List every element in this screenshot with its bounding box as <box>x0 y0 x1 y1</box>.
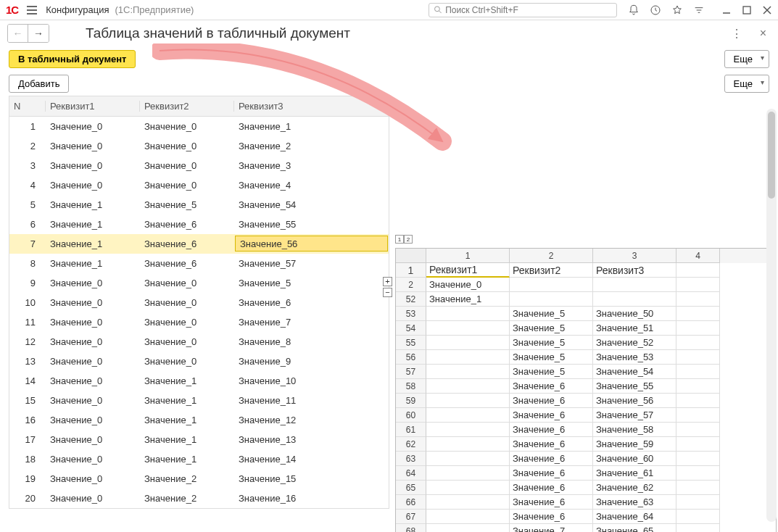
bell-icon[interactable] <box>627 4 640 17</box>
sheet-cell[interactable]: Значение_6 <box>510 495 593 510</box>
sheet-row[interactable]: 59Значение_6Значение_56 <box>396 394 776 408</box>
sheet-cell[interactable] <box>676 307 720 321</box>
sheet-row[interactable]: 65Значение_6Значение_62 <box>396 481 776 495</box>
table-row[interactable]: 6Значение_1Значение_6Значение_55 <box>9 215 389 234</box>
sheet-row[interactable]: 57Значение_5Значение_54 <box>396 365 776 379</box>
sheet-row-num[interactable]: 60 <box>396 408 426 423</box>
table-row[interactable]: 15Значение_0Значение_1Значение_11 <box>9 391 389 410</box>
table-row[interactable]: 18Значение_0Значение_1Значение_14 <box>9 449 389 469</box>
sheet-cell[interactable]: Значение_6 <box>510 379 593 394</box>
collapse-group-icon[interactable]: − <box>383 288 392 297</box>
sheet-corner[interactable] <box>396 249 426 263</box>
sheet-cell[interactable]: Значение_54 <box>593 365 676 379</box>
sheet-cell[interactable]: Значение_64 <box>593 510 676 524</box>
table-row[interactable]: 8Значение_1Значение_6Значение_57 <box>9 254 389 273</box>
scrollbar-vertical[interactable] <box>766 109 777 522</box>
sheet-cell[interactable]: Значение_5 <box>510 336 593 350</box>
sheet-cell[interactable] <box>676 292 720 307</box>
sheet-cell[interactable] <box>676 452 720 466</box>
sheet-cell[interactable] <box>426 307 510 321</box>
table-row[interactable]: 12Значение_0Значение_0Значение_8 <box>9 332 389 352</box>
sheet-row[interactable]: 58Значение_6Значение_55 <box>396 379 776 394</box>
sheet-col-3[interactable]: 3 <box>593 249 676 263</box>
outline-level-1[interactable]: 1 <box>395 235 404 244</box>
sheet-row[interactable]: 56Значение_5Значение_53 <box>396 350 776 365</box>
sheet-cell[interactable]: Значение_55 <box>593 379 676 394</box>
sheet-row-num[interactable]: 58 <box>396 379 426 394</box>
sheet-cell[interactable] <box>676 466 720 481</box>
sheet-cell[interactable] <box>426 423 510 437</box>
sheet-row-num[interactable]: 56 <box>396 350 426 365</box>
sheet-cell[interactable] <box>426 365 510 379</box>
sheet-row[interactable]: 64Значение_6Значение_61 <box>396 466 776 481</box>
table-row[interactable]: 3Значение_0Значение_0Значение_3 <box>9 156 389 175</box>
sheet-title-c1[interactable]: Реквизит1 <box>426 263 510 278</box>
sheet-cell[interactable]: Значение_61 <box>593 466 676 481</box>
sheet-row-num[interactable]: 65 <box>396 481 426 495</box>
sheet-cell[interactable]: Значение_51 <box>593 321 676 336</box>
spreadsheet[interactable]: 1 2 3 4 1 Реквизит1 Реквизит2 Реквизит3 … <box>395 248 777 532</box>
table-row[interactable]: 1Значение_0Значение_0Значение_1 <box>9 117 389 136</box>
add-button[interactable]: Добавить <box>9 75 69 93</box>
sheet-row-num[interactable]: 1 <box>396 263 426 278</box>
table-row[interactable]: 16Значение_0Значение_1Значение_12 <box>9 410 389 430</box>
sheet-row-num[interactable]: 52 <box>396 292 426 307</box>
search-box[interactable] <box>429 3 617 17</box>
more-button-1[interactable]: Еще <box>724 50 769 68</box>
sheet-row-num[interactable]: 66 <box>396 495 426 510</box>
sheet-cell[interactable] <box>426 394 510 408</box>
sheet-cell[interactable]: Значение_6 <box>510 423 593 437</box>
sheet-row[interactable]: 60Значение_6Значение_57 <box>396 408 776 423</box>
nav-back-button[interactable]: ← <box>8 25 28 42</box>
scrollbar-thumb[interactable] <box>768 112 775 199</box>
filter-icon[interactable] <box>692 4 705 17</box>
sheet-cell[interactable]: Значение_5 <box>510 350 593 365</box>
sheet-cell[interactable] <box>426 495 510 510</box>
table-row[interactable]: 9Значение_0Значение_0Значение_5 <box>9 273 389 293</box>
sheet-cell[interactable] <box>426 510 510 524</box>
sheet-cell[interactable] <box>676 510 720 524</box>
sheet-row-num[interactable]: 64 <box>396 466 426 481</box>
sheet-cell[interactable]: Значение_53 <box>593 350 676 365</box>
maximize-icon[interactable] <box>742 5 752 15</box>
outline-level-2[interactable]: 2 <box>404 235 413 244</box>
star-icon[interactable] <box>671 4 684 17</box>
sheet-cell[interactable]: Значение_50 <box>593 307 676 321</box>
sheet-row[interactable]: 62Значение_6Значение_59 <box>396 437 776 452</box>
sheet-cell[interactable] <box>426 452 510 466</box>
sheet-col-2[interactable]: 2 <box>510 249 593 263</box>
sheet-cell[interactable]: Значение_7 <box>510 524 593 532</box>
sheet-cell[interactable] <box>676 350 720 365</box>
history-icon[interactable] <box>649 4 662 17</box>
sheet-cell[interactable] <box>426 437 510 452</box>
sheet-cell[interactable] <box>676 423 720 437</box>
sheet-row[interactable]: 68Значение_7Значение_65 <box>396 524 776 532</box>
col-header-n[interactable]: N <box>9 101 46 112</box>
sheet-row[interactable]: 55Значение_5Значение_52 <box>396 336 776 350</box>
sheet-cell[interactable] <box>676 524 720 532</box>
table-row[interactable]: 13Значение_0Значение_0Значение_9 <box>9 352 389 371</box>
sheet-cell[interactable] <box>676 437 720 452</box>
sheet-cell[interactable]: Значение_6 <box>510 510 593 524</box>
to-tabdoc-button[interactable]: В табличный документ <box>9 50 136 68</box>
close-window-icon[interactable] <box>762 5 772 15</box>
sheet-cell[interactable]: Значение_56 <box>593 394 676 408</box>
sheet-cell[interactable] <box>426 524 510 532</box>
more-button-2[interactable]: Еще <box>724 75 769 93</box>
table-row[interactable]: 2Значение_0Значение_0Значение_2 <box>9 136 389 156</box>
table-row[interactable]: 19Значение_0Значение_2Значение_15 <box>9 469 389 489</box>
sheet-cell[interactable]: Значение_60 <box>593 452 676 466</box>
sheet-col-1[interactable]: 1 <box>426 249 510 263</box>
sheet-cell[interactable] <box>676 336 720 350</box>
sheet-row-num[interactable]: 61 <box>396 423 426 437</box>
sheet-cell[interactable]: Значение_5 <box>510 307 593 321</box>
table-row[interactable]: 4Значение_0Значение_0Значение_4 <box>9 175 389 195</box>
sheet-cell[interactable]: Значение_59 <box>593 437 676 452</box>
sheet-cell[interactable] <box>676 321 720 336</box>
sheet-cell[interactable] <box>676 379 720 394</box>
col-header-r3[interactable]: Реквизит3 <box>234 101 389 112</box>
table-row[interactable]: 11Значение_0Значение_0Значение_7 <box>9 312 389 332</box>
sheet-cell[interactable] <box>510 278 593 292</box>
sheet-cell[interactable] <box>593 278 676 292</box>
sheet-cell[interactable] <box>426 379 510 394</box>
